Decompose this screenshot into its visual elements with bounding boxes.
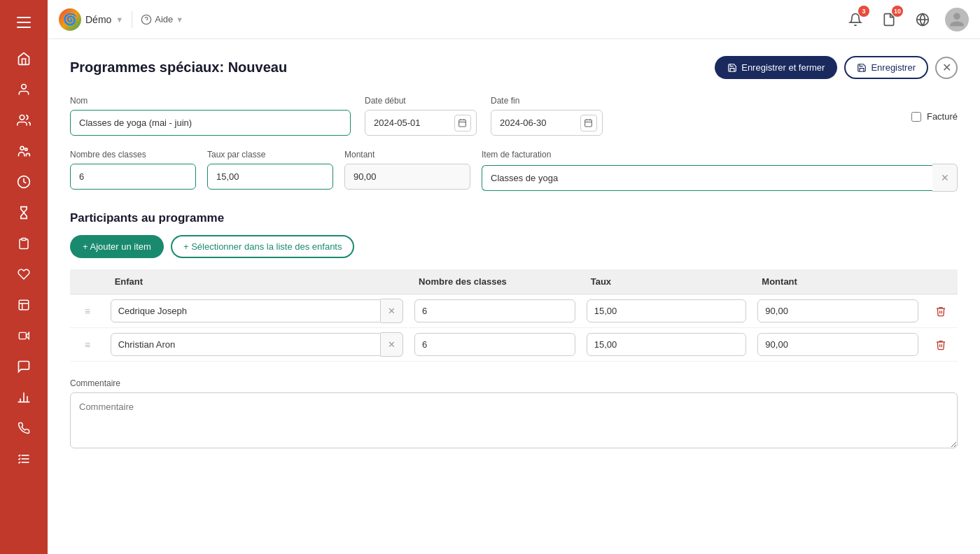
participant-montant-input[interactable]: [757, 299, 918, 322]
phone-icon[interactable]: [10, 414, 38, 442]
item-facturation-clear-button[interactable]: ✕: [932, 164, 958, 192]
participants-table-header: Enfant Nombre des classes Taux Montant: [70, 269, 958, 294]
col-montant-header: Montant: [752, 269, 924, 294]
help-chevron: ▼: [176, 15, 183, 24]
date-debut-wrap: [365, 110, 477, 136]
participant-enfant-input[interactable]: [111, 333, 381, 356]
svg-rect-8: [22, 239, 26, 241]
logo-icon: 🌀: [59, 8, 81, 31]
form-row-2: Nombre des classes Taux par classe Monta…: [70, 150, 958, 192]
report-icon[interactable]: [10, 291, 38, 319]
svg-point-6: [25, 148, 27, 150]
nom-label: Nom: [70, 96, 351, 106]
form-row-1: Nom Date début Date fin: [70, 96, 958, 136]
commentaire-label: Commentaire: [70, 378, 958, 388]
participants-table-body: ≡ ✕: [70, 294, 958, 362]
participants-section-title: Participants au programme: [70, 211, 958, 225]
svg-rect-1: [17, 22, 31, 23]
globe-icon[interactable]: [911, 8, 934, 31]
facture-checkbox[interactable]: [911, 112, 921, 122]
participant-taux-input[interactable]: [587, 333, 747, 356]
taux-input[interactable]: [207, 164, 333, 190]
help-button[interactable]: Aide ▼: [141, 14, 183, 25]
date-debut-calendar-button[interactable]: [454, 115, 471, 132]
facture-group: Facturé: [911, 96, 958, 122]
header-actions: Enregistrer et fermer Enregistrer ✕: [715, 56, 958, 79]
col-enfant-header: Enfant: [105, 269, 409, 294]
date-debut-group: Date début: [365, 96, 477, 136]
participants-table: Enfant Nombre des classes Taux Montant ≡…: [70, 269, 958, 362]
montant-input[interactable]: [344, 164, 470, 190]
add-item-button[interactable]: + Ajouter un item: [70, 235, 164, 258]
nombre-classes-input[interactable]: [70, 164, 196, 190]
save-close-label: Enregistrer et fermer: [741, 62, 825, 73]
close-button[interactable]: ✕: [935, 57, 958, 79]
document-btn[interactable]: 10: [878, 8, 900, 31]
facture-label: Facturé: [927, 111, 958, 122]
taux-label: Taux par classe: [207, 150, 333, 159]
participants-action-row: + Ajouter un item + Sélectionner dans la…: [70, 235, 958, 258]
hourglass-icon[interactable]: [10, 199, 38, 227]
montant-label: Montant: [344, 150, 470, 159]
svg-point-3: [22, 85, 27, 90]
table-row: ≡ ✕: [70, 328, 958, 362]
topbar: 🌀 Démo ▼ Aide ▼ 3 10: [48, 0, 980, 39]
item-facturation-input[interactable]: [482, 165, 932, 191]
nom-group: Nom: [70, 96, 351, 136]
clock-icon[interactable]: [10, 168, 38, 196]
save-button[interactable]: Enregistrer: [844, 56, 928, 79]
participant-enfant-wrap: ✕: [111, 299, 403, 323]
col-classes-header: Nombre des classes: [409, 269, 581, 294]
participant-taux-input[interactable]: [587, 299, 747, 322]
drag-handle[interactable]: ≡: [85, 339, 90, 350]
heart-icon[interactable]: [10, 260, 38, 288]
help-label: Aide: [155, 14, 173, 24]
delete-participant-button[interactable]: [930, 303, 952, 320]
participant-enfant-clear[interactable]: ✕: [381, 299, 403, 323]
person-icon[interactable]: [10, 76, 38, 104]
list-check-icon[interactable]: [10, 445, 38, 473]
montant-group: Montant: [344, 150, 470, 190]
drag-handle[interactable]: ≡: [85, 306, 90, 317]
date-fin-group: Date fin: [491, 96, 603, 136]
item-facturation-label: Item de facturation: [482, 150, 958, 159]
commentaire-section: Commentaire: [70, 378, 958, 451]
participant-enfant-wrap: ✕: [111, 332, 403, 357]
users-icon[interactable]: [10, 106, 38, 134]
nom-input[interactable]: [70, 110, 351, 136]
logo-chevron: ▼: [115, 15, 123, 24]
delete-participant-button[interactable]: [930, 336, 952, 353]
participant-enfant-clear[interactable]: ✕: [381, 332, 403, 357]
commentaire-textarea[interactable]: [70, 392, 958, 448]
topbar-divider: [132, 11, 132, 28]
svg-rect-2: [17, 27, 31, 28]
notification-bell[interactable]: 3: [844, 8, 867, 31]
svg-rect-12: [19, 332, 26, 339]
page-title: Programmes spéciaux: Nouveau: [70, 59, 287, 76]
svg-point-4: [20, 115, 24, 120]
date-debut-label: Date début: [365, 96, 477, 106]
clipboard-icon[interactable]: [10, 229, 38, 257]
select-children-button[interactable]: + Sélectionner dans la liste des enfants: [171, 235, 355, 258]
participant-classes-input[interactable]: [414, 333, 575, 356]
participant-classes-input[interactable]: [414, 299, 575, 322]
document-badge: 10: [892, 6, 903, 17]
hamburger-menu[interactable]: [10, 8, 38, 36]
user-avatar[interactable]: [945, 8, 969, 31]
main-content: Programmes spéciaux: Nouveau Enregistrer…: [48, 39, 980, 554]
family-icon[interactable]: [10, 137, 38, 165]
save-label: Enregistrer: [871, 62, 916, 73]
taux-group: Taux par classe: [207, 150, 333, 190]
notification-badge: 3: [858, 6, 869, 17]
participant-montant-input[interactable]: [757, 333, 918, 356]
bar-chart-icon[interactable]: [10, 383, 38, 411]
app-name: Démo: [85, 14, 111, 25]
app-logo[interactable]: 🌀 Démo ▼: [59, 8, 123, 31]
home-icon[interactable]: [10, 45, 38, 73]
chat-icon[interactable]: [10, 353, 38, 381]
save-close-button[interactable]: Enregistrer et fermer: [715, 56, 837, 79]
participant-enfant-input[interactable]: [111, 299, 381, 322]
col-taux-header: Taux: [581, 269, 752, 294]
video-icon[interactable]: [10, 322, 38, 350]
date-fin-calendar-button[interactable]: [580, 115, 597, 132]
